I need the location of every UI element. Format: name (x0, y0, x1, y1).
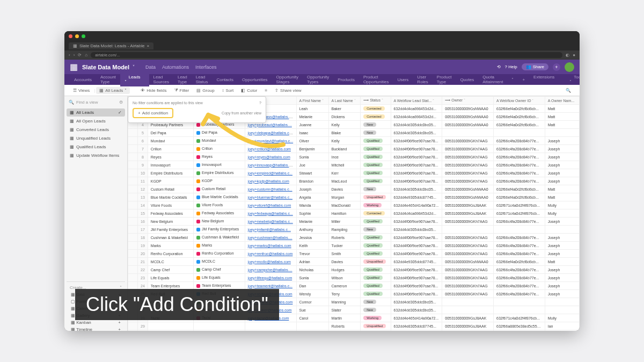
cell-owner[interactable]: 005310000009GKh7AAG (442, 153, 494, 161)
cell-last[interactable]: Cameron (328, 282, 361, 290)
cell-woid[interactable]: 632f66c4fa208d84b77e... (494, 274, 545, 282)
cell-email[interactable]: joey+reyes@hatlabs.com (245, 153, 296, 161)
col-header[interactable]: A First Name˅ (296, 97, 328, 105)
table-tab[interactable]: Opportunities (238, 75, 272, 84)
cell-owner[interactable]: 005310000009GKh7AAG (442, 282, 494, 290)
cell-name[interactable]: Empire Distributors (148, 169, 193, 177)
notifications-icon[interactable]: + (553, 63, 560, 71)
cell-status[interactable]: Working (361, 314, 391, 322)
cell-email[interactable]: joey+renfroc@hatlabs.com (245, 250, 296, 258)
table-row[interactable]: 10Empire DistributorsEmpire Distributors… (128, 169, 580, 177)
cell-wls[interactable]: 632dd4f06f9ce907cae78... (391, 250, 442, 258)
cell-owner[interactable]: 005310000009GKh7AAG (442, 266, 494, 274)
cell-wls[interactable]: 632dd4d4ca698453d2d... (391, 113, 442, 121)
cell-first[interactable]: Leah (296, 105, 328, 113)
cell-email[interactable]: joey+innovasp@hatlabs.c... (245, 161, 296, 169)
cell-wls[interactable]: 632dd4e9305ddc87745... (391, 193, 442, 201)
checkbox-cell[interactable] (128, 201, 138, 209)
checkbox-cell[interactable] (128, 161, 138, 169)
cell-wls[interactable]: 632dd4f06f9ce907cae78... (391, 266, 442, 274)
cell-last[interactable]: Morgan (328, 193, 361, 201)
nav-interfaces[interactable]: Interfaces (195, 64, 217, 70)
col-header[interactable]: ⟶ Owner˅ (442, 97, 494, 105)
table-tab[interactable]: Users (393, 75, 413, 84)
cell-first[interactable]: Adrian (296, 258, 328, 266)
cell-name[interactable]: Del Papa (148, 129, 193, 137)
cell-status[interactable]: Qualified (361, 145, 391, 153)
cell-first[interactable]: Brandon (296, 177, 328, 185)
cell-name[interactable] (148, 330, 193, 331)
cell-first[interactable]: Benjamin (296, 145, 328, 153)
cell-owner[interactable]: 005310000009GKh7AAG (442, 137, 494, 145)
cell-ownername[interactable]: Joseph (545, 290, 579, 298)
table-row[interactable]: 13Blue Marble CocktailsBlue Marble Cockt… (128, 193, 580, 201)
cell-first[interactable]: Anthony (296, 226, 328, 234)
checkbox-cell[interactable] (128, 137, 138, 145)
table-row[interactable]: 6MondaviMondavijoey+mondavi@hatlabs.c...… (128, 137, 580, 145)
cell-ownername[interactable]: Matt (545, 121, 579, 129)
cell-name[interactable]: Reyes (148, 153, 193, 161)
table-row[interactable]: 19MarksMarksjoey+marks@hatlabs.comKeithT… (128, 242, 580, 250)
nav-home-icon[interactable]: ⌂ (85, 53, 87, 57)
cell-woid[interactable]: 632f66c4fa208d84b77e... (494, 242, 545, 250)
cell-email[interactable]: joey+delpapa@hatlabs.com (245, 129, 296, 137)
cell-status[interactable]: Unqualified (361, 322, 391, 330)
cell-last[interactable]: Ince (328, 153, 361, 161)
sort-button[interactable]: ↕ Sort (219, 87, 237, 94)
cell-owner[interactable]: 005310000009GsNWAA0 (442, 113, 494, 121)
cell-last[interactable]: Miller (328, 218, 361, 226)
cell-woid[interactable]: 632f66ef4a0d2fcf8d6cb... (494, 113, 545, 121)
cell-owner[interactable]: 005310000009GsNWAA0 (442, 105, 494, 113)
cell-wls[interactable]: 632dd4dd305ddc0bc05... (391, 121, 442, 129)
cell-wls[interactable]: 632dd4e465d414a90a72... (391, 201, 442, 209)
cell-last[interactable]: MacLeod (328, 177, 361, 185)
cell-ownername[interactable]: Matt (545, 185, 579, 193)
cell-woid[interactable] (494, 306, 545, 314)
cell-first[interactable]: Stewart (296, 169, 328, 177)
cell-email[interactable]: joey+fedwaya@hatlabs.c... (245, 209, 296, 218)
cell-ownername[interactable]: Joseph (545, 274, 579, 282)
cell-email[interactable] (245, 322, 296, 330)
table-tab-leads[interactable]: Leads ˅ (120, 73, 149, 86)
cell-account[interactable]: Crillon (194, 145, 245, 153)
cell-status[interactable]: Qualified (361, 274, 391, 282)
row-height-button[interactable]: ≡ (261, 87, 270, 94)
checkbox-cell[interactable] (128, 177, 138, 185)
cell-email[interactable]: joey+mondavi@hatlabs.c... (245, 137, 296, 145)
cell-email[interactable]: joey+cushman@hatlabs.... (245, 234, 296, 242)
cell-wls[interactable]: 632dd4f06f9ce907cae78... (391, 274, 442, 282)
app-logo-icon[interactable]: ▦ (70, 62, 78, 72)
cell-ownername[interactable]: Joseph (545, 234, 579, 242)
add-condition-button[interactable]: + Add condition (133, 108, 173, 118)
cell-woid[interactable] (494, 226, 545, 234)
cell-name[interactable]: MCDLC (148, 258, 193, 266)
cell-name[interactable] (148, 322, 193, 330)
cell-account[interactable]: Mondavi (194, 137, 245, 145)
cell-status[interactable]: Qualified (361, 266, 391, 274)
cell-email[interactable]: joey+empired@hatlabs.c... (245, 169, 296, 177)
cell-woid[interactable] (494, 129, 545, 137)
cell-wls[interactable]: 632dd4e465d414a90a72... (391, 314, 442, 322)
cell-wls[interactable]: 632dd4e8305ddc87745... (391, 322, 442, 330)
cell-owner[interactable]: 005310000009GKh7AAG (442, 250, 494, 258)
table-row[interactable]: 16New BelgiumNew Belgiumjoey+newbelg@hat… (128, 218, 580, 226)
cell-owner[interactable]: 005310000009GsNWAA0 (442, 193, 494, 201)
cell-owner[interactable]: 005310000009GKh7AAG (442, 218, 494, 226)
cell-woid[interactable]: 632f66ef4a0d2fcf8d6cb... (494, 121, 545, 129)
view-picker[interactable]: ▦ All Leads ˅ (96, 87, 130, 94)
nav-automations[interactable]: Automations (162, 64, 189, 70)
cell-wls[interactable]: 632dd4d4ca698453d2d... (391, 209, 442, 218)
table-tab[interactable]: Opportunity Types (303, 73, 333, 86)
settings-icon[interactable]: ⚙ (119, 100, 123, 105)
cell-status[interactable]: New (361, 121, 391, 129)
cell-owner[interactable] (442, 306, 494, 314)
view-item[interactable]: ▦ Update Webflow Items (67, 151, 125, 160)
cell-last[interactable]: Rampling (328, 226, 361, 234)
cell-first[interactable]: Wendy (296, 290, 328, 298)
cell-status[interactable]: Qualified (361, 218, 391, 226)
cell-first[interactable]: Isaac (296, 129, 328, 137)
hide-fields-button[interactable]: 👁 Hide fields (137, 87, 170, 94)
table-row[interactable]: 29RobertsUnqualified632dd4e8305ddc87745.… (128, 322, 580, 330)
cell-status[interactable]: New (361, 298, 391, 306)
share-view-button[interactable]: ⇪ Share view (272, 87, 305, 94)
